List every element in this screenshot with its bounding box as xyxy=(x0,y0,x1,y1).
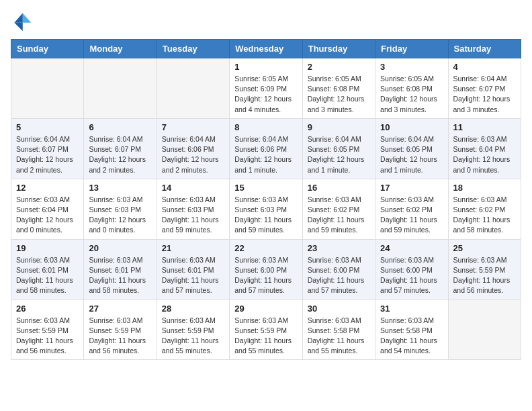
day-info: Sunrise: 6:04 AM Sunset: 6:06 PM Dayligh… xyxy=(162,134,224,175)
day-info: Sunrise: 6:03 AM Sunset: 6:01 PM Dayligh… xyxy=(89,255,151,296)
day-number: 15 xyxy=(234,183,297,193)
calendar-cell: 30Sunrise: 6:03 AM Sunset: 5:58 PM Dayli… xyxy=(302,300,375,360)
day-number: 20 xyxy=(89,243,151,253)
day-info: Sunrise: 6:04 AM Sunset: 6:07 PM Dayligh… xyxy=(89,134,151,175)
day-number: 18 xyxy=(453,183,516,193)
calendar-week-row: 12Sunrise: 6:03 AM Sunset: 6:04 PM Dayli… xyxy=(11,179,521,239)
day-info: Sunrise: 6:03 AM Sunset: 5:59 PM Dayligh… xyxy=(453,255,516,296)
calendar-table: SundayMondayTuesdayWednesdayThursdayFrid… xyxy=(11,39,521,360)
day-info: Sunrise: 6:03 AM Sunset: 5:59 PM Dayligh… xyxy=(16,316,79,357)
day-info: Sunrise: 6:03 AM Sunset: 6:01 PM Dayligh… xyxy=(16,255,79,296)
day-number: 30 xyxy=(308,304,370,314)
column-header-monday: Monday xyxy=(84,40,157,58)
day-info: Sunrise: 6:03 AM Sunset: 6:00 PM Dayligh… xyxy=(380,255,443,296)
calendar-cell: 12Sunrise: 6:03 AM Sunset: 6:04 PM Dayli… xyxy=(11,179,84,239)
calendar-header-row: SundayMondayTuesdayWednesdayThursdayFrid… xyxy=(11,40,521,58)
day-info: Sunrise: 6:03 AM Sunset: 6:03 PM Dayligh… xyxy=(162,195,224,236)
calendar-cell: 14Sunrise: 6:03 AM Sunset: 6:03 PM Dayli… xyxy=(157,179,229,239)
day-number: 19 xyxy=(16,243,79,253)
day-info: Sunrise: 6:03 AM Sunset: 5:59 PM Dayligh… xyxy=(162,316,224,357)
day-info: Sunrise: 6:03 AM Sunset: 5:58 PM Dayligh… xyxy=(308,316,370,357)
day-info: Sunrise: 6:05 AM Sunset: 6:08 PM Dayligh… xyxy=(380,74,443,115)
day-info: Sunrise: 6:03 AM Sunset: 5:59 PM Dayligh… xyxy=(234,316,297,357)
day-number: 21 xyxy=(162,243,224,253)
calendar-cell: 22Sunrise: 6:03 AM Sunset: 6:00 PM Dayli… xyxy=(230,239,302,300)
day-info: Sunrise: 6:03 AM Sunset: 5:59 PM Dayligh… xyxy=(89,316,151,357)
day-info: Sunrise: 6:03 AM Sunset: 6:03 PM Dayligh… xyxy=(234,195,297,236)
calendar-cell: 26Sunrise: 6:03 AM Sunset: 5:59 PM Dayli… xyxy=(11,300,84,360)
day-number: 23 xyxy=(308,243,370,253)
day-number: 3 xyxy=(380,62,443,72)
day-info: Sunrise: 6:03 AM Sunset: 5:58 PM Dayligh… xyxy=(380,316,443,357)
column-header-saturday: Saturday xyxy=(448,40,521,58)
day-number: 14 xyxy=(162,183,224,193)
column-header-wednesday: Wednesday xyxy=(230,40,302,58)
calendar-cell xyxy=(84,58,157,119)
day-number: 22 xyxy=(234,243,297,253)
day-number: 16 xyxy=(308,183,370,193)
calendar-week-row: 5Sunrise: 6:04 AM Sunset: 6:07 PM Daylig… xyxy=(11,118,521,179)
calendar-cell: 21Sunrise: 6:03 AM Sunset: 6:01 PM Dayli… xyxy=(157,239,229,300)
day-number: 4 xyxy=(453,62,516,72)
day-number: 12 xyxy=(16,183,79,193)
calendar-cell: 17Sunrise: 6:03 AM Sunset: 6:02 PM Dayli… xyxy=(375,179,448,239)
calendar-week-row: 26Sunrise: 6:03 AM Sunset: 5:59 PM Dayli… xyxy=(11,300,521,360)
day-number: 9 xyxy=(308,122,370,132)
day-number: 27 xyxy=(89,304,151,314)
day-info: Sunrise: 6:05 AM Sunset: 6:09 PM Dayligh… xyxy=(234,74,297,115)
day-info: Sunrise: 6:03 AM Sunset: 6:04 PM Dayligh… xyxy=(453,134,516,175)
calendar-cell: 9Sunrise: 6:04 AM Sunset: 6:05 PM Daylig… xyxy=(302,118,375,179)
calendar-cell: 8Sunrise: 6:04 AM Sunset: 6:06 PM Daylig… xyxy=(230,118,302,179)
calendar-cell: 20Sunrise: 6:03 AM Sunset: 6:01 PM Dayli… xyxy=(84,239,157,300)
svg-marker-2 xyxy=(14,23,22,31)
column-header-friday: Friday xyxy=(375,40,448,58)
day-number: 8 xyxy=(234,122,297,132)
day-info: Sunrise: 6:05 AM Sunset: 6:08 PM Dayligh… xyxy=(308,74,370,115)
calendar-cell: 29Sunrise: 6:03 AM Sunset: 5:59 PM Dayli… xyxy=(230,300,302,360)
day-number: 11 xyxy=(453,122,516,132)
day-info: Sunrise: 6:03 AM Sunset: 6:03 PM Dayligh… xyxy=(89,195,151,236)
calendar-cell: 1Sunrise: 6:05 AM Sunset: 6:09 PM Daylig… xyxy=(230,58,302,119)
calendar-cell: 24Sunrise: 6:03 AM Sunset: 6:00 PM Dayli… xyxy=(375,239,448,300)
logo xyxy=(11,11,36,32)
calendar-cell: 15Sunrise: 6:03 AM Sunset: 6:03 PM Dayli… xyxy=(230,179,302,239)
calendar-cell: 3Sunrise: 6:05 AM Sunset: 6:08 PM Daylig… xyxy=(375,58,448,119)
calendar-cell xyxy=(448,300,521,360)
page-header xyxy=(11,11,521,32)
calendar-cell xyxy=(157,58,229,119)
day-number: 5 xyxy=(16,122,79,132)
day-info: Sunrise: 6:03 AM Sunset: 6:02 PM Dayligh… xyxy=(380,195,443,236)
calendar-cell: 2Sunrise: 6:05 AM Sunset: 6:08 PM Daylig… xyxy=(302,58,375,119)
calendar-cell: 5Sunrise: 6:04 AM Sunset: 6:07 PM Daylig… xyxy=(11,118,84,179)
day-number: 1 xyxy=(234,62,297,72)
day-info: Sunrise: 6:03 AM Sunset: 6:00 PM Dayligh… xyxy=(234,255,297,296)
calendar-cell: 6Sunrise: 6:04 AM Sunset: 6:07 PM Daylig… xyxy=(84,118,157,179)
day-info: Sunrise: 6:03 AM Sunset: 6:01 PM Dayligh… xyxy=(162,255,224,296)
svg-marker-1 xyxy=(14,13,22,23)
calendar-cell: 7Sunrise: 6:04 AM Sunset: 6:06 PM Daylig… xyxy=(157,118,229,179)
calendar-week-row: 19Sunrise: 6:03 AM Sunset: 6:01 PM Dayli… xyxy=(11,239,521,300)
calendar-cell: 27Sunrise: 6:03 AM Sunset: 5:59 PM Dayli… xyxy=(84,300,157,360)
calendar-week-row: 1Sunrise: 6:05 AM Sunset: 6:09 PM Daylig… xyxy=(11,58,521,119)
calendar-cell: 19Sunrise: 6:03 AM Sunset: 6:01 PM Dayli… xyxy=(11,239,84,300)
day-info: Sunrise: 6:03 AM Sunset: 6:02 PM Dayligh… xyxy=(308,195,370,236)
day-number: 24 xyxy=(380,243,443,253)
day-number: 6 xyxy=(89,122,151,132)
day-number: 2 xyxy=(308,62,370,72)
day-info: Sunrise: 6:04 AM Sunset: 6:05 PM Dayligh… xyxy=(380,134,443,175)
day-info: Sunrise: 6:03 AM Sunset: 6:00 PM Dayligh… xyxy=(308,255,370,296)
day-number: 17 xyxy=(380,183,443,193)
calendar-cell: 10Sunrise: 6:04 AM Sunset: 6:05 PM Dayli… xyxy=(375,118,448,179)
calendar-cell: 4Sunrise: 6:04 AM Sunset: 6:07 PM Daylig… xyxy=(448,58,521,119)
day-info: Sunrise: 6:03 AM Sunset: 6:02 PM Dayligh… xyxy=(453,195,516,236)
day-info: Sunrise: 6:04 AM Sunset: 6:06 PM Dayligh… xyxy=(234,134,297,175)
calendar-cell: 23Sunrise: 6:03 AM Sunset: 6:00 PM Dayli… xyxy=(302,239,375,300)
day-number: 29 xyxy=(234,304,297,314)
day-number: 28 xyxy=(162,304,224,314)
calendar-cell: 11Sunrise: 6:03 AM Sunset: 6:04 PM Dayli… xyxy=(448,118,521,179)
column-header-sunday: Sunday xyxy=(11,40,84,58)
column-header-tuesday: Tuesday xyxy=(157,40,229,58)
logo-icon xyxy=(11,11,32,32)
svg-marker-0 xyxy=(23,13,31,23)
calendar-cell: 28Sunrise: 6:03 AM Sunset: 5:59 PM Dayli… xyxy=(157,300,229,360)
